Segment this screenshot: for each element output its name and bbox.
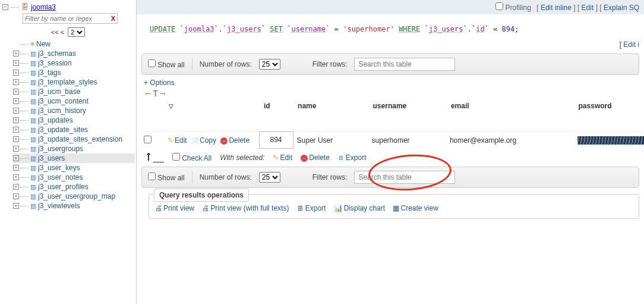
tree-item-j3_user_profiles[interactable]: +▥j3_user_profiles: [13, 182, 135, 192]
table-link[interactable]: j3_user_usergroup_map: [38, 192, 115, 200]
expand-icon[interactable]: +: [13, 203, 19, 209]
link-explain[interactable]: Explain SQ: [604, 4, 639, 12]
cell-email[interactable]: homer@example.org: [446, 131, 574, 149]
expand-icon[interactable]: +: [13, 155, 19, 161]
tree-item-j3_tags[interactable]: +▥j3_tags: [13, 68, 135, 77]
rows-select[interactable]: 25: [259, 172, 280, 183]
page-select[interactable]: 2: [68, 27, 85, 37]
showall-checkbox[interactable]: [148, 59, 156, 67]
batch-export[interactable]: Export: [338, 153, 367, 162]
print-view[interactable]: 🖨Print view: [155, 204, 194, 212]
expand-icon[interactable]: +: [13, 60, 19, 66]
table-link[interactable]: j3_user_keys: [38, 164, 80, 172]
filter-rows-input[interactable]: [354, 171, 455, 184]
cell-id[interactable]: 894: [259, 131, 293, 149]
tree-item-j3_update_sites[interactable]: +▥j3_update_sites: [13, 125, 135, 134]
col-password[interactable]: password: [574, 98, 644, 114]
table-link[interactable]: j3_template_styles: [38, 78, 97, 86]
table-link[interactable]: j3_ucm_base: [38, 87, 80, 96]
collapse-icon[interactable]: −: [2, 4, 8, 10]
expand-icon[interactable]: +: [13, 165, 19, 171]
tree-item-j3_viewlevels[interactable]: +▥j3_viewlevels: [13, 201, 135, 211]
link-edit-inline[interactable]: Edit inline: [541, 4, 572, 12]
expand-icon[interactable]: +: [13, 193, 19, 199]
batch-edit[interactable]: Edit: [273, 153, 292, 162]
showall-checkbox[interactable]: [148, 173, 156, 180]
filter-box[interactable]: X: [23, 13, 118, 24]
create-view[interactable]: ▦Create view: [393, 204, 438, 212]
export-link[interactable]: 🗎Export: [297, 204, 326, 212]
expand-icon[interactable]: +: [13, 70, 19, 76]
tree-item-j3_ucm_base[interactable]: +▥j3_ucm_base: [13, 87, 135, 96]
tree-item-j3_schemas[interactable]: +▥j3_schemas: [13, 49, 135, 58]
rows-select[interactable]: 25: [259, 59, 280, 70]
link-edit[interactable]: Edit: [582, 4, 594, 12]
row-copy[interactable]: Copy: [191, 136, 216, 145]
table-link[interactable]: j3_usergroups: [38, 145, 83, 153]
table-link[interactable]: j3_ucm_history: [38, 106, 86, 115]
expand-icon[interactable]: +: [13, 136, 19, 142]
row-edit[interactable]: Edit: [168, 136, 187, 145]
print-view-full[interactable]: 🖨Print view (with full texts): [202, 204, 289, 212]
col-name[interactable]: name: [293, 98, 368, 114]
display-chart[interactable]: 📊Display chart: [334, 204, 385, 212]
table-link[interactable]: j3_updates: [38, 116, 73, 124]
database-node[interactable]: − 🗄 joomla3: [1, 2, 135, 12]
table-link[interactable]: j3_tags: [38, 68, 61, 77]
database-name[interactable]: joomla3: [31, 3, 56, 11]
expand-icon[interactable]: +: [13, 51, 19, 57]
tree-item-j3_ucm_history[interactable]: +▥j3_ucm_history: [13, 106, 135, 115]
pager-back[interactable]: << <: [51, 29, 64, 36]
tree-item-j3_users[interactable]: +▥j3_users: [13, 153, 135, 163]
checkall-checkbox[interactable]: [172, 153, 180, 161]
showall-label[interactable]: Show all: [148, 59, 185, 69]
tree-item-j3_user_notes[interactable]: +▥j3_user_notes: [13, 173, 135, 182]
expand-icon[interactable]: +: [13, 184, 19, 190]
table-link[interactable]: j3_schemas: [38, 49, 76, 58]
tree-item-j3_user_usergroup_map[interactable]: +▥j3_user_usergroup_map: [13, 192, 135, 201]
sort-icon[interactable]: ▽: [169, 103, 173, 109]
expand-icon[interactable]: +: [13, 117, 19, 123]
expand-icon[interactable]: +: [13, 89, 19, 95]
row-checkbox[interactable]: [144, 136, 151, 143]
profiling-checkbox[interactable]: [495, 2, 503, 10]
cell-password[interactable]: [574, 131, 644, 149]
link-edit-sql[interactable]: Edit i: [623, 40, 639, 49]
table-link[interactable]: j3_session: [38, 59, 72, 67]
table-link[interactable]: j3_users: [38, 154, 65, 162]
tree-item-j3_ucm_content[interactable]: +▥j3_ucm_content: [13, 96, 135, 106]
tree-item-new[interactable]: ✳ New: [13, 39, 135, 49]
table-link[interactable]: j3_user_profiles: [38, 183, 89, 191]
expand-icon[interactable]: +: [13, 79, 19, 85]
cell-username[interactable]: superhomer: [368, 131, 446, 149]
batch-delete[interactable]: –Delete: [301, 153, 330, 162]
options-toggle[interactable]: + Options: [144, 79, 175, 87]
tree-item-j3_update_sites_extension[interactable]: +▥j3_update_sites_extension: [13, 134, 135, 144]
expand-icon[interactable]: +: [13, 146, 19, 152]
table-link[interactable]: j3_update_sites: [38, 126, 88, 134]
expand-icon[interactable]: +: [13, 98, 19, 104]
filter-rows-input[interactable]: [354, 58, 455, 71]
expand-icon[interactable]: +: [13, 108, 19, 114]
expand-icon[interactable]: +: [13, 174, 19, 180]
expand-icon[interactable]: +: [13, 127, 19, 133]
tree-item-j3_user_keys[interactable]: +▥j3_user_keys: [13, 163, 135, 173]
clear-filter-icon[interactable]: X: [111, 15, 115, 22]
row-delete[interactable]: –Delete: [220, 136, 250, 145]
new-link[interactable]: New: [36, 40, 50, 48]
filter-input[interactable]: [25, 15, 111, 22]
tree-item-j3_template_styles[interactable]: +▥j3_template_styles: [13, 77, 135, 87]
col-id[interactable]: id: [259, 98, 293, 114]
tree-item-j3_session[interactable]: +▥j3_session: [13, 58, 135, 68]
col-email[interactable]: email: [446, 98, 574, 114]
table-link[interactable]: j3_user_notes: [38, 173, 83, 181]
profiling-checkbox-label[interactable]: Profiling: [495, 4, 531, 12]
table-link[interactable]: j3_ucm_content: [38, 97, 89, 105]
table-link[interactable]: j3_update_sites_extension: [38, 135, 122, 143]
tree-item-j3_usergroups[interactable]: +▥j3_usergroups: [13, 144, 135, 153]
tree-item-j3_updates[interactable]: +▥j3_updates: [13, 115, 135, 125]
col-username[interactable]: username: [368, 98, 446, 114]
cell-name[interactable]: Super User: [293, 131, 368, 149]
checkall-label[interactable]: Check All: [172, 153, 211, 162]
table-link[interactable]: j3_viewlevels: [38, 202, 80, 210]
